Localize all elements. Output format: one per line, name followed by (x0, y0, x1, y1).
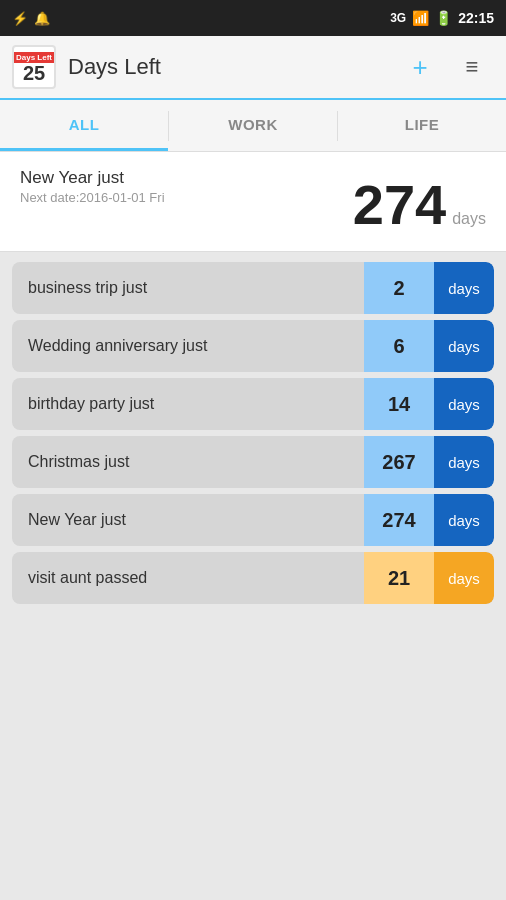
notification-icon: 🔔 (34, 11, 50, 26)
list-item[interactable]: business trip just 2 days (12, 262, 494, 314)
item-label-3: Christmas just (12, 453, 364, 471)
item-label-4: New Year just (12, 511, 364, 529)
item-count-2: 14 (364, 378, 434, 430)
item-count-0: 2 (364, 262, 434, 314)
item-count-4: 274 (364, 494, 434, 546)
app-title: Days Left (68, 54, 386, 80)
list-item[interactable]: Wedding anniversary just 6 days (12, 320, 494, 372)
item-label-5: visit aunt passed (12, 569, 364, 587)
signal-icon: 📶 (412, 10, 429, 26)
status-right: 3G 📶 🔋 22:15 (390, 10, 494, 26)
app-bar-actions: + ≡ (398, 45, 494, 89)
battery-icon: 🔋 (435, 10, 452, 26)
item-label-2: birthday party just (12, 395, 364, 413)
list-item[interactable]: visit aunt passed 21 days (12, 552, 494, 604)
item-count-5: 21 (364, 552, 434, 604)
logo-number: 25 (23, 63, 45, 83)
clock: 22:15 (458, 10, 494, 26)
item-unit-4: days (434, 494, 494, 546)
events-list: business trip just 2 days Wedding annive… (0, 252, 506, 614)
content-area: New Year just Next date:2016-01-01 Fri 2… (0, 152, 506, 614)
tab-all[interactable]: ALL (0, 100, 168, 151)
logo-top-text: Days Left (14, 52, 54, 63)
item-label-1: Wedding anniversary just (12, 337, 364, 355)
tabs-bar: ALL WORK LIFE (0, 100, 506, 152)
item-label-0: business trip just (12, 279, 364, 297)
usb-icon: ⚡ (12, 11, 28, 26)
list-item[interactable]: birthday party just 14 days (12, 378, 494, 430)
item-count-1: 6 (364, 320, 434, 372)
tab-life[interactable]: LIFE (338, 100, 506, 151)
item-unit-2: days (434, 378, 494, 430)
status-bar: ⚡ 🔔 3G 📶 🔋 22:15 (0, 0, 506, 36)
featured-number: 274 (353, 177, 446, 233)
featured-card: New Year just Next date:2016-01-01 Fri 2… (0, 152, 506, 252)
app-bar: Days Left 25 Days Left + ≡ (0, 36, 506, 100)
list-item[interactable]: Christmas just 267 days (12, 436, 494, 488)
tab-work[interactable]: WORK (169, 100, 337, 151)
list-item[interactable]: New Year just 274 days (12, 494, 494, 546)
featured-unit: days (452, 210, 486, 228)
status-left-icons: ⚡ 🔔 (12, 11, 50, 26)
item-unit-3: days (434, 436, 494, 488)
item-unit-5: days (434, 552, 494, 604)
item-unit-1: days (434, 320, 494, 372)
item-count-3: 267 (364, 436, 434, 488)
add-button[interactable]: + (398, 45, 442, 89)
item-unit-0: days (434, 262, 494, 314)
list-view-button[interactable]: ≡ (450, 45, 494, 89)
network-type: 3G (390, 11, 406, 25)
app-logo: Days Left 25 (12, 45, 56, 89)
